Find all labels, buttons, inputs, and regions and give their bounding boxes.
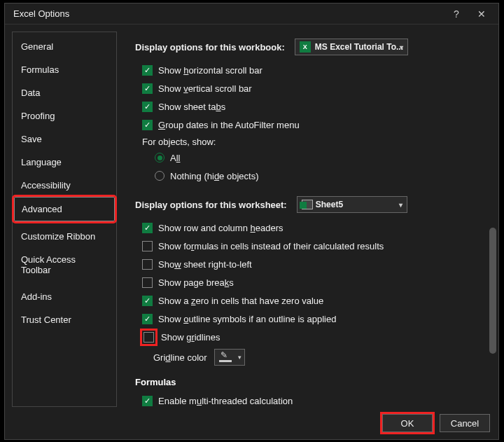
help-button[interactable]: ? xyxy=(444,4,469,24)
checkbox-formulas[interactable] xyxy=(142,241,153,251)
worksheet-heading-text: Display options for this worksheet: xyxy=(135,200,287,210)
color-swatch xyxy=(219,360,232,362)
checkbox-zero[interactable]: ✓ xyxy=(142,296,153,306)
label-outline: Show outline symbols if an outline is ap… xyxy=(158,314,336,324)
worksheet-display-heading: Display options for this worksheet: Shee… xyxy=(135,196,486,213)
checkbox-headers[interactable]: ✓ xyxy=(142,223,153,233)
label-zero: Show a zero in cells that have zero valu… xyxy=(158,296,323,306)
worksheet-dropdown-value: Sheet5 xyxy=(316,200,343,209)
dialog-footer: OK Cancel xyxy=(382,414,490,432)
checkbox-tabs[interactable]: ✓ xyxy=(142,102,153,112)
label-headers: Show row and column headers xyxy=(158,223,284,233)
radio-all[interactable] xyxy=(155,153,164,163)
sidebar-item-proofing[interactable]: Proofing xyxy=(14,104,115,127)
gridline-color-label: Gridline color xyxy=(153,352,207,363)
close-button[interactable]: ✕ xyxy=(469,4,494,24)
checkbox-hscroll[interactable]: ✓ xyxy=(142,65,153,76)
label-pagebreaks: Show page breaks xyxy=(158,277,234,288)
gridlines-highlight xyxy=(142,331,155,344)
workbook-dropdown[interactable]: X MS Excel Tutorial To... ▾ xyxy=(295,39,408,55)
checkbox-rtl[interactable] xyxy=(142,259,153,270)
chevron-down-icon: ▾ xyxy=(399,201,402,209)
content-pane: Display options for this workbook: X MS … xyxy=(117,25,498,407)
label-multithread: Enable multi-threaded calculation xyxy=(158,396,293,406)
scrollbar-thumb[interactable] xyxy=(489,228,496,354)
ok-button[interactable]: OK xyxy=(382,414,433,432)
vertical-scrollbar[interactable] xyxy=(489,32,497,403)
checkbox-group-dates[interactable]: ✓ xyxy=(142,120,153,130)
checkbox-pagebreaks[interactable] xyxy=(142,277,153,288)
workbook-display-heading: Display options for this workbook: X MS … xyxy=(135,39,486,55)
category-sidebar: General Formulas Data Proofing Save Lang… xyxy=(12,32,117,407)
sidebar-item-trust-center[interactable]: Trust Center xyxy=(14,308,115,331)
sidebar-item-save[interactable]: Save xyxy=(14,127,115,151)
worksheet-icon xyxy=(302,200,313,209)
worksheet-dropdown[interactable]: Sheet5 ▾ xyxy=(297,196,407,213)
label-gridlines: Show gridlines xyxy=(161,332,220,343)
excel-icon: X xyxy=(300,41,311,53)
sidebar-item-advanced[interactable]: Advanced xyxy=(14,197,115,221)
chevron-down-icon: ▾ xyxy=(238,354,241,361)
label-all: All xyxy=(170,153,180,163)
sidebar-item-general[interactable]: General xyxy=(14,35,115,58)
checkbox-multithread[interactable]: ✓ xyxy=(142,396,153,406)
objects-label: For objects, show: xyxy=(142,137,486,147)
checkbox-gridlines[interactable] xyxy=(144,332,154,343)
label-formulas: Show formulas in cells instead of their … xyxy=(158,241,384,251)
label-nothing: Nothing (hide objects) xyxy=(170,171,258,181)
cancel-button[interactable]: Cancel xyxy=(440,414,490,432)
chevron-down-icon: ▾ xyxy=(400,43,403,51)
titlebar: Excel Options ? ✕ xyxy=(5,4,498,25)
sidebar-item-customize-ribbon[interactable]: Customize Ribbon xyxy=(14,224,115,248)
sidebar-item-accessibility[interactable]: Accessibility xyxy=(14,174,115,197)
sidebar-item-data[interactable]: Data xyxy=(14,81,115,104)
radio-nothing[interactable] xyxy=(155,171,164,181)
window-title: Excel Options xyxy=(13,8,444,19)
label-rtl: Show sheet right-to-left xyxy=(158,259,252,270)
checkbox-outline[interactable]: ✓ xyxy=(142,314,153,324)
gridline-color-button[interactable]: ▾ xyxy=(214,349,245,366)
formulas-heading: Formulas xyxy=(135,377,486,387)
sidebar-item-formulas[interactable]: Formulas xyxy=(14,58,115,81)
workbook-heading-text: Display options for this workbook: xyxy=(135,42,285,53)
excel-options-dialog: Excel Options ? ✕ General Formulas Data … xyxy=(4,3,499,440)
label-tabs: Show sheet tabs xyxy=(158,102,225,112)
sidebar-item-addins[interactable]: Add-ins xyxy=(14,284,115,308)
label-vscroll: Show vertical scroll bar xyxy=(158,83,252,94)
sidebar-item-quick-access[interactable]: Quick Access Toolbar xyxy=(14,248,115,282)
sidebar-item-language[interactable]: Language xyxy=(14,151,115,174)
label-hscroll: Show horizontal scroll bar xyxy=(158,65,262,76)
workbook-dropdown-value: MS Excel Tutorial To... xyxy=(315,42,403,52)
checkbox-vscroll[interactable]: ✓ xyxy=(142,83,153,94)
label-group-dates: Group dates in the AutoFilter menu xyxy=(158,120,300,130)
